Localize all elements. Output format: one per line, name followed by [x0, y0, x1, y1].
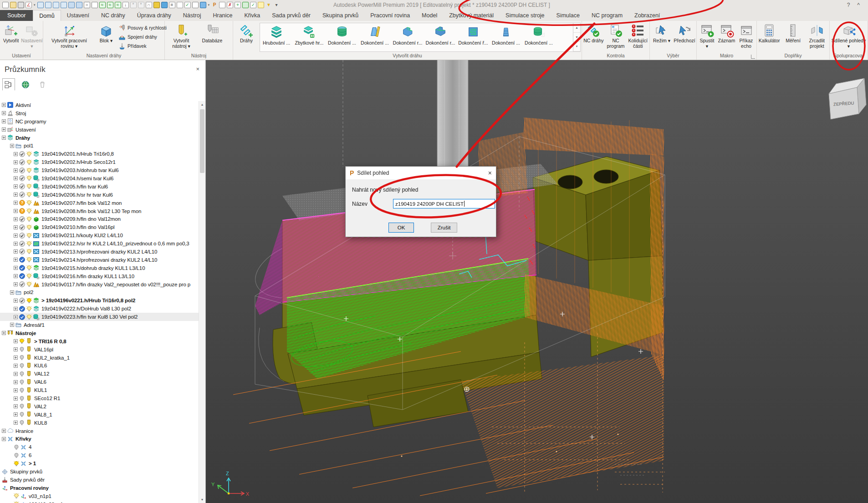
- bulbG-icon[interactable]: [19, 387, 25, 393]
- ribbon-button-nc-program[interactable]: NC program: [605, 22, 627, 53]
- scrollbar-up-icon[interactable]: ▲: [199, 101, 205, 108]
- exp-icon[interactable]: [2, 127, 6, 132]
- q-icon[interactable]: ?: [19, 208, 25, 214]
- exp-icon[interactable]: [14, 234, 18, 238]
- bulbY-icon[interactable]: [14, 461, 19, 467]
- tree-item-19z0419v0215-h-dohrub-drazky-kul1-l3-l10[interactable]: 19z0419v0215.h/dohrub drazky KUL1 L3/L10: [0, 264, 199, 272]
- tree-item-kul2-kratka-1[interactable]: KUL2_kratka_1: [0, 354, 199, 362]
- gallery-item-dokon-en[interactable]: Dokončení ř...: [457, 23, 490, 51]
- bulb-icon[interactable]: [26, 249, 32, 254]
- chkb-icon[interactable]: [19, 314, 25, 320]
- chk-icon[interactable]: [19, 159, 25, 165]
- ribbon-button-vytvo-it-n-stroj[interactable]: Vytvořit nástroj ▾: [165, 22, 197, 53]
- tree-item-190419-03-n1[interactable]: 190419_03_n1: [0, 500, 199, 503]
- qat-block-from-model-icon[interactable]: [92, 2, 98, 8]
- bulb-icon[interactable]: [26, 159, 32, 165]
- tree-item-kul8[interactable]: KUL8: [0, 419, 199, 427]
- tab-hranice[interactable]: Hranice: [207, 10, 238, 21]
- ribbon-small-spojen-dr-hy[interactable]: Spojení dráhy: [118, 33, 167, 41]
- tree-item-19z0419v0201-h-hrub-tri16r0-8[interactable]: 19z0419v0201.h/Hrub Tri16r0,8: [0, 150, 199, 158]
- qat-arc-fit-icon[interactable]: ∩: [146, 2, 152, 8]
- tab-zbytkov-materi-l[interactable]: Zbytkový materiál: [443, 10, 500, 21]
- chkb-icon[interactable]: [19, 257, 25, 263]
- tree-item-19z0419v0206-h-sr-hr-tvar-kul6[interactable]: 19z0419v0206.h/sr hr tvar Kul6: [0, 191, 199, 199]
- gallery-expand-icon[interactable]: ▾: [573, 42, 580, 51]
- tab-pracovn-rovina[interactable]: Pracovní rovina: [364, 10, 416, 21]
- dialog-launcher-icon[interactable]: [751, 55, 755, 59]
- tab-zobrazen[interactable]: Zobrazení: [628, 10, 666, 21]
- tree-item-val12[interactable]: VAL12: [0, 370, 199, 378]
- exp-icon[interactable]: [14, 299, 18, 303]
- qat-powermill-logo-icon[interactable]: P: [211, 2, 218, 8]
- exp-icon[interactable]: [14, 209, 18, 213]
- tree-item-val16pl[interactable]: VAL16pl: [0, 345, 199, 354]
- view-name-input[interactable]: z190419 24200P DH CELIST: [393, 199, 495, 208]
- explorer-scrollbar[interactable]: ▲ ▼: [199, 101, 205, 503]
- ribbon-button-re-im[interactable]: Režim ▾: [650, 22, 673, 53]
- gallery-item-zbytkov-hr[interactable]: Zbytkové hr...: [293, 23, 326, 51]
- chk-icon[interactable]: [19, 233, 25, 239]
- bulbG-icon[interactable]: [19, 363, 25, 369]
- chk-icon[interactable]: [19, 241, 25, 247]
- bulb-icon[interactable]: [26, 168, 32, 173]
- tree-item-hranice[interactable]: Hranice: [0, 427, 199, 435]
- tree-item-19z0419v0210-h-fin-dno-val16pl[interactable]: 19z0419v0210.h/fin dno Val16pl: [0, 223, 199, 231]
- bulbY-icon[interactable]: [26, 298, 32, 304]
- tree-item-pol1[interactable]: pol1: [0, 142, 199, 150]
- ribbon-button-z-znam[interactable]: Záznam: [717, 22, 736, 53]
- collapse-ribbon-icon[interactable]: ^: [857, 2, 860, 8]
- ribbon-button-zrcadlit-projekt[interactable]: Zrcadlit projekt: [805, 22, 829, 53]
- ribbon-button-vytvo-it[interactable]: Vytvořit: [0, 22, 21, 53]
- tree-item-pracovn-roviny[interactable]: Pracovní roviny: [0, 484, 199, 492]
- exp-icon[interactable]: [14, 266, 18, 270]
- exp-icon[interactable]: [2, 111, 6, 115]
- exp-icon[interactable]: [14, 404, 18, 408]
- tree-item-19z0419v0214-h-profrezovani-drazky-kul2-[interactable]: 19z0419v0214.h/profrezovani drazky KUL2 …: [0, 256, 199, 264]
- bulb-icon[interactable]: [26, 233, 32, 239]
- exp-icon[interactable]: [10, 144, 14, 148]
- tree-item-19z0419v0202-h-hrub-seco12r1[interactable]: 19z0419v0202.h/Hrub Seco12r1: [0, 158, 199, 166]
- exp-icon[interactable]: [14, 249, 18, 254]
- exp-icon[interactable]: [14, 356, 18, 360]
- chk-icon[interactable]: [19, 224, 25, 230]
- qat-funnel-icon[interactable]: ▼: [266, 2, 272, 8]
- ribbon-button-blok[interactable]: Blok ▾: [95, 22, 117, 53]
- tab-n-stroj[interactable]: Nástroj: [177, 10, 207, 21]
- tab-ustaven[interactable]: Ustavení: [61, 10, 95, 21]
- ribbon-button-nastaven[interactable]: Nastavení ▾: [21, 22, 42, 53]
- chkb-icon[interactable]: [19, 306, 25, 312]
- bulb-icon[interactable]: [26, 183, 32, 189]
- qat-qat-more-icon[interactable]: ▾: [273, 2, 280, 8]
- tree-item-19z04196v0221-h-hrub-tri16r0-8-pol2[interactable]: > 19z04196v0221.h/Hrub Tri16r0,8 pol2: [0, 296, 199, 305]
- tab-soubor[interactable]: Soubor: [0, 10, 33, 21]
- explorer-trash-icon[interactable]: [36, 78, 49, 91]
- chk-icon[interactable]: [19, 298, 25, 304]
- tree-item-val6[interactable]: VAL6: [0, 378, 199, 386]
- bulb-icon[interactable]: [26, 208, 32, 214]
- viewport-3d[interactable]: ZEPŘEDU Z X Y P Sdílet pohled × Nahrát n…: [206, 60, 868, 503]
- qat-shaded-cube-icon[interactable]: [200, 2, 206, 8]
- bulbG-icon[interactable]: [19, 371, 25, 377]
- qat-tool-graph-icon[interactable]: [219, 2, 225, 8]
- exp-icon[interactable]: [2, 437, 6, 441]
- scrollbar-thumb[interactable]: [200, 109, 204, 173]
- tab-skupina-prvk[interactable]: Skupina prvků: [317, 10, 364, 21]
- exp-icon[interactable]: [14, 347, 18, 351]
- tree-item-tri16-r-0-8[interactable]: > TRI16 R 0,8: [0, 337, 199, 345]
- tree-item-seco12-r1[interactable]: SEco12 R1: [0, 394, 199, 402]
- bulb-icon[interactable]: [26, 273, 32, 279]
- gallery-scroll-up-icon[interactable]: ▲: [573, 23, 580, 33]
- bulb-icon[interactable]: [26, 241, 32, 247]
- explorer-web-icon[interactable]: [19, 78, 32, 91]
- ribbon-small-posuvy-rychlosti[interactable]: Posuvy & rychlosti: [118, 24, 167, 31]
- exp-icon[interactable]: [2, 331, 6, 335]
- qat-view-top-icon[interactable]: [68, 2, 75, 8]
- qat-dropdown-icon[interactable]: ▾: [208, 3, 210, 7]
- help-icon[interactable]: ?: [847, 2, 850, 8]
- exp-icon[interactable]: [14, 152, 18, 156]
- chk-icon[interactable]: [19, 151, 25, 157]
- bulbG-icon[interactable]: [19, 379, 25, 385]
- chk-icon[interactable]: [19, 216, 25, 222]
- exp-icon[interactable]: [14, 339, 18, 343]
- dialog-title-bar[interactable]: P Sdílet pohled ×: [346, 167, 496, 179]
